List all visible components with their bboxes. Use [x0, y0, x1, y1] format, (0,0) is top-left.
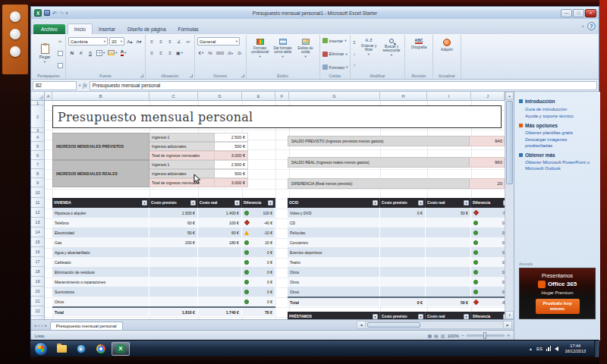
row-header[interactable]: 2 [31, 105, 45, 128]
scrollbar-thumb[interactable] [367, 322, 420, 328]
scroll-left-icon[interactable]: ◀ [357, 322, 366, 328]
table-title-cell[interactable]: VIVIENDA▾ [52, 198, 149, 208]
diferencia-cell[interactable]: 0 € [242, 267, 275, 277]
income-name-cell[interactable]: Ingresos 1 [149, 160, 215, 169]
table-row[interactable]: Conciertos 0 € [288, 237, 505, 247]
costo-previsto-cell[interactable] [380, 267, 426, 277]
diferencia-cell[interactable]: 0 € [471, 287, 505, 297]
saldo-label-cell[interactable]: DIFERENCIA (Real menos previsto) [288, 178, 470, 189]
income-row[interactable]: Total de ingresos mensuales 3.000 € [149, 151, 248, 160]
category-cell[interactable]: Otros [288, 267, 380, 277]
total-row[interactable]: Total 0 € 50 € -50 [288, 297, 505, 306]
income-value-cell[interactable]: 3.000 € [215, 151, 248, 160]
tab-diseno-pagina[interactable]: Diseño de página [121, 24, 172, 34]
costo-previsto-cell[interactable]: 0 € [380, 208, 426, 218]
row-header[interactable]: 22 [31, 306, 45, 316]
table-row[interactable]: Eliminación de residuos 0 € [52, 267, 275, 277]
category-cell[interactable]: CD [288, 218, 380, 228]
italic-button[interactable]: K [77, 49, 85, 57]
save-icon[interactable] [44, 10, 50, 16]
maximize-button[interactable]: □ [573, 9, 584, 17]
column-header-cell[interactable]: Costo real▾ [426, 312, 471, 319]
saldo-value-cell[interactable]: 960 [470, 157, 505, 168]
row-header[interactable]: 19 [31, 277, 45, 287]
column-header[interactable]: F [275, 92, 289, 101]
column-header-cell[interactable]: Costo previsto▾ [380, 312, 426, 319]
filter-icon[interactable]: ▾ [268, 200, 273, 206]
costo-previsto-cell[interactable] [380, 228, 426, 237]
row-header[interactable]: 6 [31, 151, 45, 160]
row-header[interactable]: 4 [31, 133, 45, 142]
costo-real-cell[interactable] [198, 267, 242, 277]
shrink-font-button[interactable]: A▾ [135, 37, 143, 46]
diferencia-cell[interactable]: 0 € [242, 287, 275, 297]
saldo-row[interactable]: DIFERENCIA (Real menos previsto) 20 [288, 178, 505, 189]
align-top-icon[interactable]: ≡ [148, 37, 156, 46]
costo-previsto-cell[interactable] [149, 267, 198, 277]
income-value-cell[interactable]: 2.500 € [215, 160, 248, 169]
page-break-view-icon[interactable]: ▥ [441, 334, 445, 338]
costo-real-cell[interactable]: 100 € [198, 218, 242, 228]
row-header[interactable]: 8 [31, 169, 45, 178]
page-layout-view-icon[interactable]: ▤ [434, 334, 439, 338]
diferencia-cell[interactable]: 0 € [471, 218, 505, 228]
category-cell[interactable]: Mantenimiento o reparaciones [52, 277, 149, 287]
costo-real-cell[interactable] [426, 237, 471, 247]
font-name-select[interactable]: Cambria▾ [68, 37, 108, 46]
saldo-label-cell[interactable]: SALDO REAL (Ingresos reales menos gastos… [288, 157, 470, 168]
income-value-cell[interactable]: 2.500 € [215, 133, 248, 142]
diferencia-cell[interactable]: 20 € [242, 237, 275, 247]
row-header[interactable]: 10 [31, 187, 45, 198]
undo-icon[interactable]: ↶ [52, 11, 57, 16]
zoom-level[interactable]: 100% [447, 334, 458, 338]
name-box[interactable]: B2 [33, 81, 77, 90]
costo-real-cell[interactable] [426, 247, 471, 257]
show-hidden-icons-icon[interactable]: ▲ [529, 347, 533, 351]
autosum-icon[interactable]: Σ [353, 40, 356, 45]
percent-format-button[interactable]: % [206, 49, 214, 57]
name-box-dropdown-icon[interactable]: ▾ [79, 83, 80, 87]
row-header[interactable]: 20 [31, 287, 45, 297]
select-all-corner[interactable] [31, 92, 45, 101]
category-cell[interactable]: Gas [52, 237, 149, 247]
costo-real-cell[interactable] [426, 267, 471, 277]
diferencia-cell[interactable]: 100 € [242, 208, 275, 218]
first-sheet-icon[interactable]: « [34, 323, 36, 328]
table-row[interactable]: Eventos deportivos 0 € [288, 247, 505, 257]
filter-icon[interactable]: ▾ [418, 314, 423, 319]
column-header-cell[interactable]: Costo previsto▾ [149, 198, 198, 208]
fill-icon[interactable]: ↓ [354, 52, 356, 56]
minimize-ribbon-icon[interactable]: ˄ [581, 24, 584, 29]
decrease-decimal-button[interactable]: .0- [236, 49, 244, 57]
costo-real-cell[interactable]: 60 € [198, 228, 242, 237]
column-header-cell[interactable]: Costo previsto▾ [380, 198, 426, 208]
costo-real-cell[interactable] [426, 228, 471, 237]
table-row[interactable]: Otros 0 € [288, 267, 505, 277]
income-name-cell[interactable]: Total de ingresos mensuales [149, 151, 215, 160]
filter-icon[interactable]: ▾ [190, 200, 196, 206]
costo-real-cell[interactable] [426, 218, 471, 228]
orientation-icon[interactable]: ∠ [175, 37, 183, 46]
category-cell[interactable]: Conciertos [288, 237, 380, 247]
table-row[interactable]: Teléfono 60 € 100 € -40 € [52, 218, 275, 228]
redo-icon[interactable]: ↷ [59, 11, 64, 16]
table-row[interactable]: Otros 0 € [288, 277, 505, 287]
horizontal-scrollbar[interactable]: ◀ ▶ [357, 321, 512, 329]
costo-previsto-cell[interactable] [149, 287, 198, 297]
income-row[interactable]: Ingresos adicionales 500 € [149, 142, 248, 151]
volume-icon[interactable] [555, 347, 558, 351]
merge-center-button[interactable]: ▣▾ [175, 49, 184, 57]
sheet-title-cell[interactable]: Presupuesto mensual personal [52, 105, 502, 128]
column-header[interactable]: I [427, 92, 471, 101]
column-header-cell[interactable]: Diferencia▾ [242, 198, 275, 208]
table-row[interactable]: Otros 0 € [52, 297, 275, 306]
table-row[interactable]: Otros 0 € [288, 287, 505, 297]
filter-icon[interactable]: ▾ [373, 314, 378, 319]
income-reales-label[interactable]: INGRESOS MENSUALES REALES [52, 160, 149, 187]
sheet-cells[interactable]: Presupuesto mensual personal INGRESOS ME… [45, 101, 505, 319]
filter-icon[interactable]: ▾ [464, 200, 469, 206]
saldo-value-cell[interactable]: 20 [470, 178, 505, 189]
font-size-select[interactable]: 20▾ [109, 37, 124, 46]
qat-dropdown-icon[interactable]: ▾ [66, 11, 68, 15]
align-bottom-icon[interactable]: ≡ [166, 37, 174, 46]
